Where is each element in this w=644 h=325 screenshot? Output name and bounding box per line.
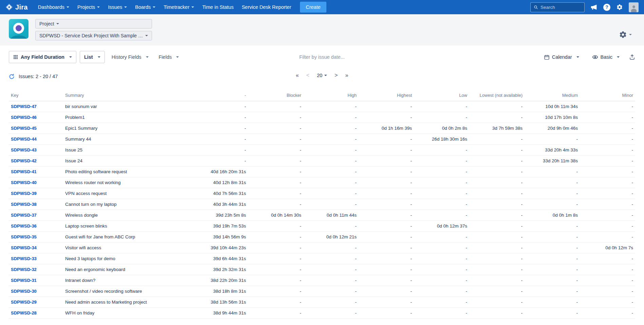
search-box[interactable] [530, 2, 585, 12]
issue-key-link[interactable]: SDPWSD-43 [11, 147, 37, 152]
nav-item-time-in-status[interactable]: Time in Status [198, 0, 238, 14]
issue-key-link[interactable]: SDPWSD-47 [11, 104, 37, 109]
project-selector-dropdown[interactable]: SDPWSD - Service Desk Project With Sampl… [35, 31, 152, 40]
basic-view-label: Basic [601, 54, 612, 60]
feedback-megaphone-icon[interactable] [590, 4, 598, 11]
field-duration-dropdown[interactable]: Any Field Duration [9, 51, 76, 63]
issue-key-link[interactable]: SDPWSD-36 [11, 223, 37, 229]
duration-cell: - [580, 166, 635, 177]
nav-item-issues[interactable]: Issues [104, 0, 131, 14]
duration-cell: - [303, 134, 359, 145]
nav-item-projects[interactable]: Projects [73, 0, 104, 14]
refresh-icon[interactable] [9, 74, 15, 79]
column-header-highest[interactable]: Highest [359, 90, 414, 101]
duration-cell: - [248, 177, 303, 188]
filter-issue-date-input[interactable] [278, 54, 366, 60]
column-header-medium[interactable]: Medium [525, 90, 580, 101]
project-type-dropdown[interactable]: Project [35, 19, 152, 29]
issue-key-link[interactable]: SDPWSD-33 [11, 256, 37, 261]
duration-cell: - [525, 134, 580, 145]
issue-summary: Epic1 Summary [63, 123, 193, 134]
settings-gear-icon[interactable] [616, 4, 623, 11]
table-header-row: KeySummary-BlockerHighHighestLowLowest (… [9, 90, 635, 101]
nav-item-timetracker[interactable]: Timetracker [159, 0, 198, 14]
column-header-minor[interactable]: Minor [580, 90, 635, 101]
column-header-lowest-not-available[interactable]: Lowest (not available) [469, 90, 525, 101]
duration-cell: - [414, 297, 469, 308]
issue-key-link[interactable]: SDPWSD-32 [11, 267, 37, 272]
view-list-dropdown[interactable]: List [80, 51, 105, 63]
prev-page-button[interactable]: < [306, 73, 309, 78]
duration-cell: - [303, 199, 359, 210]
duration-cell: - [525, 188, 580, 199]
issue-key-link[interactable]: SDPWSD-37 [11, 213, 37, 218]
issue-summary: Cannot turn on my laptop [63, 199, 193, 210]
issue-key-link[interactable]: SDPWSD-34 [11, 245, 37, 250]
next-page-button[interactable]: > [335, 73, 338, 78]
column-header-blocker[interactable]: Blocker [248, 90, 303, 101]
duration-cell: - [525, 199, 580, 210]
duration-cell: - [469, 199, 525, 210]
duration-cell: - [469, 286, 525, 297]
avatar-eye-shape [13, 23, 24, 34]
jira-logo[interactable]: Jira [5, 3, 28, 11]
chevron-down-icon [67, 6, 69, 8]
issue-summary: Laptop screen blinks [63, 221, 193, 232]
last-page-button[interactable]: » [345, 73, 348, 78]
duration-cell: - [525, 253, 580, 264]
issue-key-link[interactable]: SDPWSD-41 [11, 169, 37, 174]
issue-key-link[interactable]: SDPWSD-45 [11, 126, 37, 131]
project-avatar[interactable] [9, 19, 29, 39]
table-row: SDPWSD-35Guest wifi for Jane from ABC Co… [9, 232, 635, 242]
basic-view-dropdown[interactable]: Basic [589, 51, 623, 63]
duration-cell: - [469, 177, 525, 188]
column-header-key[interactable]: Key [9, 90, 63, 101]
issue-key-link[interactable]: SDPWSD-39 [11, 191, 37, 196]
duration-cell: - [525, 264, 580, 275]
column-header-summary[interactable]: Summary [63, 90, 193, 101]
history-fields-dropdown[interactable]: History Fields [108, 51, 152, 63]
duration-cell: - [580, 232, 635, 242]
issue-key-link[interactable]: SDPWSD-42 [11, 158, 37, 163]
duration-cell: - [359, 264, 414, 275]
duration-cell: 0d 0h 12m 21s [303, 232, 359, 242]
help-icon[interactable]: ? [603, 4, 610, 11]
table-row: SDPWSD-31Intranet down?38d 22h 20m 31s--… [9, 275, 635, 286]
column-header-dash[interactable]: - [193, 90, 248, 101]
project-settings-gear[interactable] [619, 31, 632, 39]
issue-key-link[interactable]: SDPWSD-44 [11, 137, 37, 142]
issue-key-link[interactable]: SDPWSD-35 [11, 234, 37, 239]
issue-key-link[interactable]: SDPWSD-29 [11, 300, 37, 305]
issues-table-section: KeySummary-BlockerHighHighestLowLowest (… [0, 80, 644, 319]
issue-key-link[interactable]: SDPWSD-28 [11, 310, 37, 315]
issues-bar: Issues: 2 - 20 / 47 « < 20 > » [0, 63, 644, 80]
table-row: SDPWSD-29Need admin access to Marketing … [9, 297, 635, 308]
nav-menu: DashboardsProjectsIssuesBoardsTimetracke… [34, 0, 295, 14]
user-avatar[interactable] [629, 2, 639, 12]
duration-cell: - [248, 275, 303, 286]
page-size-dropdown[interactable]: 20 [317, 73, 327, 78]
duration-cell: 26d 18h 30m 16s [414, 134, 469, 145]
export-icon[interactable] [629, 54, 635, 60]
issue-key-link[interactable]: SDPWSD-30 [11, 289, 37, 294]
nav-item-dashboards[interactable]: Dashboards [34, 0, 73, 14]
brand-name: Jira [15, 3, 28, 11]
duration-cell: - [580, 188, 635, 199]
search-input[interactable] [541, 5, 581, 10]
nav-item-boards[interactable]: Boards [131, 0, 159, 14]
issue-key-link[interactable]: SDPWSD-46 [11, 115, 37, 120]
pagination: « < 20 > » [296, 73, 348, 78]
calendar-dropdown[interactable]: Calendar [541, 51, 583, 63]
issue-key-link[interactable]: SDPWSD-40 [11, 180, 37, 185]
issue-summary: Problem1 [63, 112, 193, 123]
column-header-high[interactable]: High [303, 90, 359, 101]
nav-item-service-desk-reporter[interactable]: Service Desk Reporter [238, 0, 295, 14]
first-page-button[interactable]: « [296, 73, 299, 78]
create-button[interactable]: Create [300, 2, 326, 13]
fields-dropdown[interactable]: Fields [155, 51, 183, 63]
column-header-low[interactable]: Low [414, 90, 469, 101]
duration-cell: 38d 22h 20m 31s [193, 275, 248, 286]
duration-cell: - [414, 177, 469, 188]
issue-key-link[interactable]: SDPWSD-38 [11, 202, 37, 207]
issue-key-link[interactable]: SDPWSD-31 [11, 278, 37, 283]
